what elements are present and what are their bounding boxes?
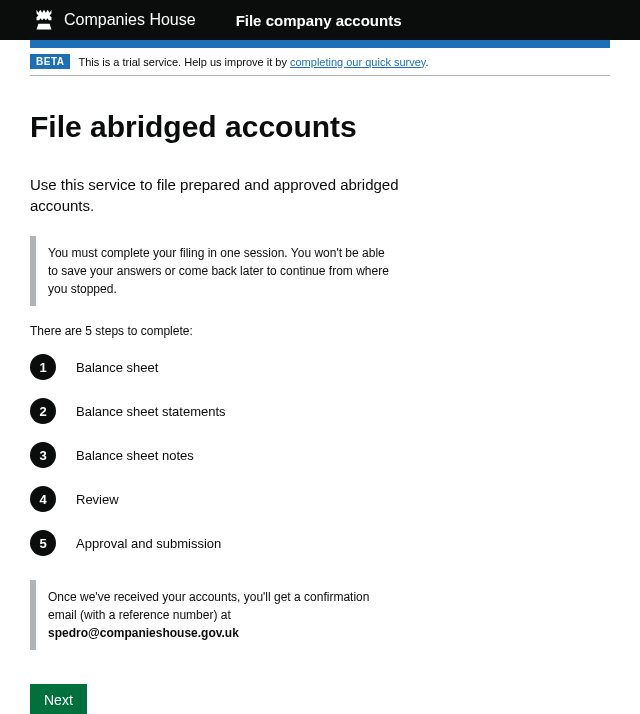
step-label: Balance sheet statements xyxy=(76,404,226,419)
step-number: 1 xyxy=(30,354,56,380)
step-number: 2 xyxy=(30,398,56,424)
phase-text: This is a trial service. Help us improve… xyxy=(78,56,428,68)
step-number: 5 xyxy=(30,530,56,556)
next-button[interactable]: Next xyxy=(30,684,87,714)
warning-inset: You must complete your filing in one ses… xyxy=(30,236,410,306)
step-label: Review xyxy=(76,492,119,507)
header-blue-bar xyxy=(30,40,610,48)
step-number: 4 xyxy=(30,486,56,512)
confirmation-inset: Once we've received your accounts, you'l… xyxy=(30,580,410,650)
step-item: 1 Balance sheet xyxy=(30,354,610,380)
step-item: 4 Review xyxy=(30,486,610,512)
step-item: 3 Balance sheet notes xyxy=(30,442,610,468)
survey-link[interactable]: completing our quick survey xyxy=(290,56,426,68)
service-name: File company accounts xyxy=(236,12,402,29)
steps-intro: There are 5 steps to complete: xyxy=(30,324,610,338)
step-list: 1 Balance sheet 2 Balance sheet statemen… xyxy=(30,354,610,556)
step-number: 3 xyxy=(30,442,56,468)
step-label: Balance sheet xyxy=(76,360,158,375)
phase-banner: BETA This is a trial service. Help us im… xyxy=(30,54,610,76)
top-header: Companies House File company accounts xyxy=(0,0,640,40)
step-item: 2 Balance sheet statements xyxy=(30,398,610,424)
org-name[interactable]: Companies House xyxy=(64,11,196,29)
lead-paragraph: Use this service to file prepared and ap… xyxy=(30,174,410,216)
phase-tag: BETA xyxy=(30,54,70,69)
step-label: Approval and submission xyxy=(76,536,221,551)
main-content: File abridged accounts Use this service … xyxy=(0,76,640,714)
page-title: File abridged accounts xyxy=(30,110,610,144)
step-label: Balance sheet notes xyxy=(76,448,194,463)
confirmation-email: spedro@companieshouse.gov.uk xyxy=(48,626,239,640)
crown-crest-icon xyxy=(30,8,58,32)
step-item: 5 Approval and submission xyxy=(30,530,610,556)
